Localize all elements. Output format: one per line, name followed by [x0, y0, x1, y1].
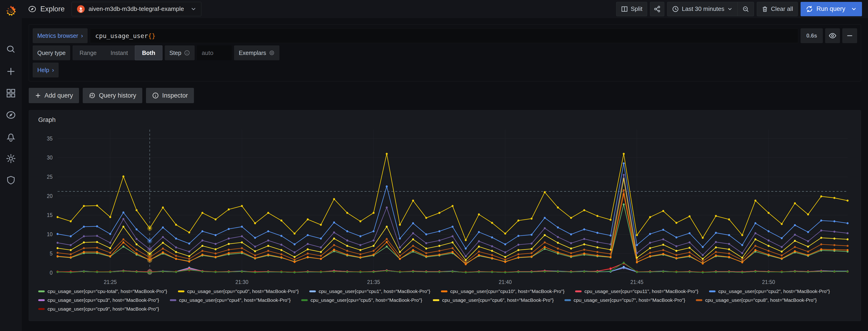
- add-icon[interactable]: [5, 66, 17, 77]
- info-icon: [184, 50, 190, 56]
- clear-all-button[interactable]: Clear all: [757, 2, 798, 16]
- legend-item[interactable]: cpu_usage_user{cpu="cpu3", host="MacBook…: [38, 297, 159, 303]
- topbar: Explore aiven-m3db-m3db-telegraf-example…: [22, 0, 868, 18]
- legend-swatch-icon: [170, 299, 176, 301]
- legend-label: cpu_usage_user{cpu="cpu-total", host="Ma…: [48, 289, 167, 294]
- query-history-button[interactable]: Query history: [83, 88, 142, 103]
- legend-item[interactable]: cpu_usage_user{cpu="cpu2", host="MacBook…: [709, 289, 830, 294]
- history-icon: [89, 92, 96, 99]
- legend-item[interactable]: cpu_usage_user{cpu="cpu8", host="MacBook…: [696, 297, 817, 303]
- svg-text:10: 10: [47, 231, 53, 237]
- remove-query-button[interactable]: [842, 28, 857, 43]
- split-button[interactable]: Split: [616, 2, 647, 16]
- minus-icon: [846, 32, 854, 39]
- inspector-button[interactable]: Inspector: [146, 88, 194, 103]
- legend-swatch-icon: [301, 299, 308, 301]
- legend-label: cpu_usage_user{cpu="cpu6", host="MacBook…: [442, 297, 554, 303]
- legend-swatch-icon: [38, 308, 45, 310]
- panel-title: Graph: [38, 116, 855, 124]
- legend-label: cpu_usage_user{cpu="cpu2", host="MacBook…: [718, 289, 830, 294]
- query-expression-input[interactable]: cpu_usage_user{}: [90, 28, 798, 43]
- legend-item[interactable]: cpu_usage_user{cpu="cpu10", host="MacBoo…: [441, 289, 564, 294]
- query-type-group: Range Instant Both: [72, 46, 162, 60]
- legend-label: cpu_usage_user{cpu="cpu7", host="MacBook…: [574, 297, 685, 303]
- explore-header: Explore: [28, 5, 65, 13]
- svg-text:35: 35: [47, 136, 53, 141]
- share-button[interactable]: [650, 2, 664, 16]
- grafana-logo[interactable]: [0, 0, 22, 22]
- legend-label: cpu_usage_user{cpu="cpu9", host="MacBook…: [48, 306, 159, 312]
- legend-swatch-icon: [38, 291, 45, 292]
- search-icon[interactable]: [5, 44, 17, 55]
- prometheus-icon: [76, 5, 85, 13]
- zoom-out-button[interactable]: [737, 2, 754, 16]
- legend-swatch-icon: [441, 291, 447, 292]
- shield-icon[interactable]: [5, 175, 17, 186]
- chevron-down-icon[interactable]: [851, 6, 857, 12]
- query-duration-badge: 0.6s: [801, 28, 823, 43]
- legend-item[interactable]: cpu_usage_user{cpu="cpu-total", host="Ma…: [38, 289, 167, 294]
- add-query-button[interactable]: Add query: [29, 88, 79, 103]
- help-link[interactable]: Help›: [33, 63, 59, 78]
- chart-legend: cpu_usage_user{cpu="cpu-total", host="Ma…: [38, 289, 855, 315]
- time-range-button[interactable]: Last 30 minutes: [667, 2, 737, 16]
- time-series-chart[interactable]: 0510152025303521:2521:3021:3521:4021:452…: [35, 126, 855, 287]
- sidebar: [0, 0, 22, 331]
- query-type-label: Query type: [33, 46, 70, 60]
- time-picker-group: Last 30 minutes: [667, 2, 754, 16]
- legend-swatch-icon: [564, 299, 571, 301]
- alerting-bell-icon[interactable]: [5, 131, 17, 142]
- metrics-browser-button[interactable]: Metrics browser›: [33, 28, 88, 43]
- datasource-picker[interactable]: aiven-m3db-m3db-telegraf-example: [71, 2, 202, 16]
- legend-swatch-icon: [433, 299, 439, 301]
- legend-label: cpu_usage_user{cpu="cpu10", host="MacBoo…: [450, 289, 564, 294]
- toggle-visibility-button[interactable]: [825, 28, 840, 43]
- legend-item[interactable]: cpu_usage_user{cpu="cpu4", host="MacBook…: [170, 297, 291, 303]
- dashboards-icon[interactable]: [5, 88, 17, 99]
- exemplars-toggle[interactable]: Exemplars: [234, 46, 279, 60]
- svg-text:15: 15: [47, 212, 53, 218]
- chevron-down-icon: [727, 6, 733, 12]
- legend-item[interactable]: cpu_usage_user{cpu="cpu0", host="MacBook…: [178, 289, 299, 294]
- legend-item[interactable]: cpu_usage_user{cpu="cpu11", host="MacBoo…: [575, 289, 699, 294]
- legend-swatch-icon: [696, 299, 702, 301]
- legend-swatch-icon: [575, 291, 582, 292]
- step-input[interactable]: auto: [197, 46, 232, 60]
- page-title: Explore: [40, 5, 65, 13]
- settings-gear-icon[interactable]: [5, 153, 17, 164]
- chart-canvas[interactable]: 0510152025303521:2521:3021:3521:4021:452…: [35, 126, 855, 287]
- eye-icon: [829, 32, 836, 40]
- legend-swatch-icon: [38, 299, 45, 301]
- legend-label: cpu_usage_user{cpu="cpu8", host="MacBook…: [705, 297, 817, 303]
- chevron-down-icon: [190, 6, 196, 12]
- legend-label: cpu_usage_user{cpu="cpu1", host="MacBook…: [319, 289, 430, 294]
- info-icon: [152, 92, 159, 99]
- legend-item[interactable]: cpu_usage_user{cpu="cpu1", host="MacBook…: [309, 289, 430, 294]
- query-type-instant[interactable]: Instant: [103, 46, 135, 60]
- legend-label: cpu_usage_user{cpu="cpu5", host="MacBook…: [310, 297, 422, 303]
- explore-compass-icon[interactable]: [5, 110, 17, 121]
- step-label: Step: [165, 46, 195, 60]
- svg-text:21:45: 21:45: [630, 279, 644, 285]
- svg-text:21:30: 21:30: [236, 279, 248, 285]
- legend-item[interactable]: cpu_usage_user{cpu="cpu6", host="MacBook…: [433, 297, 554, 303]
- legend-label: cpu_usage_user{cpu="cpu3", host="MacBook…: [48, 297, 159, 303]
- clock-icon: [672, 6, 679, 12]
- run-query-button[interactable]: Run query: [801, 2, 862, 16]
- svg-text:21:25: 21:25: [104, 279, 117, 285]
- query-actions: Add query Query history Inspector: [29, 88, 861, 103]
- svg-text:21:35: 21:35: [367, 279, 380, 285]
- sync-icon: [806, 5, 813, 13]
- graph-panel: Graph 0510152025303521:2521:3021:3521:40…: [29, 110, 861, 321]
- legend-item[interactable]: cpu_usage_user{cpu="cpu9", host="MacBook…: [38, 306, 159, 312]
- legend-item[interactable]: cpu_usage_user{cpu="cpu7", host="MacBook…: [564, 297, 685, 303]
- query-type-both[interactable]: Both: [135, 46, 162, 60]
- split-icon: [621, 6, 628, 12]
- legend-swatch-icon: [709, 291, 716, 292]
- svg-text:21:40: 21:40: [499, 279, 512, 285]
- legend-item[interactable]: cpu_usage_user{cpu="cpu5", host="MacBook…: [301, 297, 422, 303]
- svg-text:20: 20: [47, 193, 53, 199]
- datasource-name: aiven-m3db-m3db-telegraf-example: [89, 5, 184, 12]
- trash-icon: [762, 6, 768, 12]
- query-type-range[interactable]: Range: [72, 46, 103, 60]
